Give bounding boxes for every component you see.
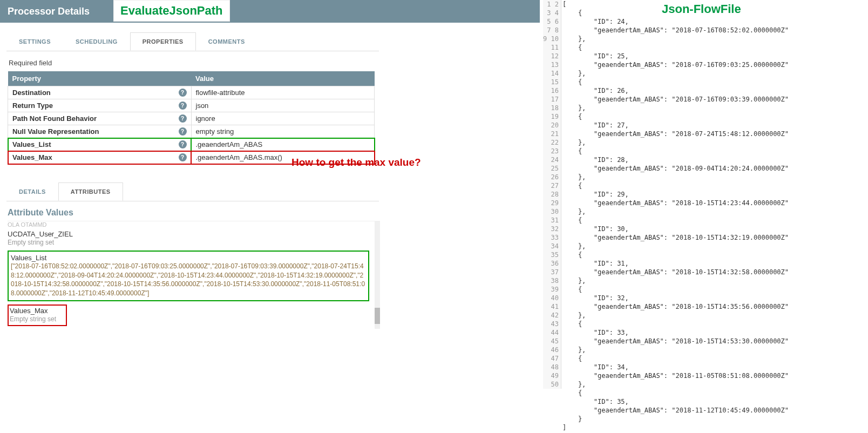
table-row: Return Type? json: [8, 99, 375, 112]
prop-name: Values_List: [12, 140, 51, 148]
table-row: Destination? flowfile-attribute: [8, 86, 375, 99]
attribute-highlight-red: Values_Max Empty string set: [8, 305, 67, 326]
col-value: Value: [191, 71, 375, 86]
nifi-processor-details-panel: Processor Details EvaluateJsonPath SETTI…: [0, 0, 540, 329]
table-row: Path Not Found Behavior? ignore: [8, 112, 375, 125]
attribute-item: UCDATA_User_ZIEL Empty string set: [8, 228, 369, 249]
col-property: Property: [8, 71, 192, 86]
line-number-gutter: 1 2 3 4 5 6 7 8 9 10 11 12 13 14 15 16 1…: [543, 0, 561, 389]
annotation-text: EvaluateJsonPath: [120, 4, 223, 18]
attr-name: UCDATA_User_ZIEL: [8, 230, 369, 238]
table-row: Null Value Representation? empty string: [8, 125, 375, 138]
bottom-tabs: DETAILS ATTRIBUTES: [6, 182, 379, 201]
attributes-scroll-area: OLA OTAMMD UCDATA_User_ZIEL Empty string…: [8, 221, 380, 329]
scroll-thumb[interactable]: [375, 308, 380, 324]
prop-value[interactable]: json: [191, 99, 375, 112]
tab-scheduling[interactable]: SCHEDULING: [63, 32, 130, 51]
tab-properties[interactable]: PROPERTIES: [130, 32, 196, 51]
help-icon[interactable]: ?: [179, 102, 187, 110]
help-icon[interactable]: ?: [179, 114, 187, 123]
scrollbar[interactable]: [375, 221, 380, 329]
prop-value[interactable]: empty string: [191, 125, 375, 138]
annotation-question: How to get the max value?: [291, 157, 421, 168]
attribute-highlight-green: Values_List ["2018-07-16T08:52:02.000000…: [8, 251, 369, 301]
json-code-view[interactable]: [ { "ID": 24, "geaendertAm_ABAS": "2018-…: [562, 0, 867, 432]
json-flowfile-panel: Json-FlowFile 1 2 3 4 5 6 7 8 9 10 11 12…: [543, 0, 867, 432]
table-row-highlight-green: Values_List? .geaendertAm_ABAS: [8, 138, 375, 151]
help-icon[interactable]: ?: [179, 140, 187, 148]
properties-table: Property Value Destination? flowfile-att…: [8, 71, 375, 164]
dialog-header: Processor Details: [0, 0, 540, 23]
attr-value: Empty string set: [10, 315, 65, 324]
prop-value[interactable]: flowfile-attribute: [191, 86, 375, 99]
prop-name: Path Not Found Behavior: [12, 114, 97, 123]
tab-settings[interactable]: SETTINGS: [6, 32, 63, 51]
help-icon[interactable]: ?: [179, 153, 187, 161]
prop-name: Null Value Representation: [12, 127, 99, 136]
attr-name-cut: OLA OTAMMD: [8, 221, 369, 228]
help-icon[interactable]: ?: [179, 127, 187, 136]
attr-name: Values_Max: [10, 307, 65, 315]
json-flowfile-title: Json-FlowFile: [662, 2, 741, 16]
prop-value[interactable]: ignore: [191, 112, 375, 125]
attr-value: Empty string set: [8, 238, 369, 247]
tab-comments[interactable]: COMMENTS: [196, 32, 257, 51]
help-icon[interactable]: ?: [179, 89, 187, 97]
tab-attributes[interactable]: ATTRIBUTES: [58, 182, 123, 201]
required-field-label: Required field: [9, 59, 540, 67]
tab-details[interactable]: DETAILS: [6, 182, 58, 201]
prop-name: Values_Max: [12, 153, 52, 161]
prop-name: Return Type: [12, 102, 53, 110]
annotation-processor-name: EvaluateJsonPath: [113, 0, 230, 22]
attr-value: ["2018-07-16T08:52:02.0000000Z","2018-07…: [11, 262, 366, 298]
prop-value[interactable]: .geaendertAm_ABAS: [191, 138, 375, 151]
attr-name: Values_List: [11, 254, 366, 262]
top-tabs: SETTINGS SCHEDULING PROPERTIES COMMENTS: [6, 32, 379, 51]
attribute-values-title: Attribute Values: [8, 208, 540, 218]
dialog-title: Processor Details: [8, 6, 90, 17]
prop-name: Destination: [12, 89, 51, 97]
